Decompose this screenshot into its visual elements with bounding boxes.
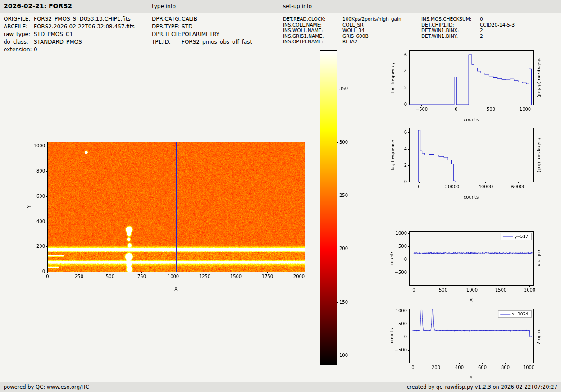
histogram-detail-plot	[383, 43, 561, 128]
meta-row: DET.READ.CLOCK:100Kps/2ports/high_gain	[283, 16, 401, 22]
colorbar	[315, 47, 365, 369]
meta-value: CCID20-14-5-3	[480, 22, 515, 27]
meta-label: ARCFILE:	[4, 23, 34, 30]
meta-label: DET.CHIP1.ID:	[421, 22, 480, 27]
meta-row: DET.WIN1.BINY:2	[421, 33, 515, 39]
meta-label: INS.COLL.NAME:	[283, 22, 342, 27]
page-title: 2026-02-21: FORS2	[4, 2, 72, 9]
type-info-block: DPR.CATG:CALIB DPR.TYPE:STD DPR.TECH:POL…	[152, 16, 252, 46]
meta-value: STD	[182, 23, 192, 30]
meta-value: 0	[480, 16, 483, 22]
meta-value: STANDARD_PMOS	[34, 39, 82, 45]
meta-value: FORS2_PMOS_STD053.13.CHIP1.fits	[34, 16, 131, 22]
meta-row: DET.WIN1.BINX:2	[421, 27, 515, 33]
meta-row: extension:0	[4, 46, 135, 54]
meta-value: CALIB	[182, 16, 197, 22]
meta-label: DPR.CATG:	[152, 16, 182, 22]
meta-label: DPR.TECH:	[152, 31, 182, 37]
type-info-heading: type info	[152, 3, 176, 9]
meta-value: WOLL_34	[342, 27, 365, 33]
meta-label: DET.WIN1.BINX:	[421, 27, 480, 33]
detector-image-plot	[18, 135, 315, 295]
meta-label: DPR.TYPE:	[152, 23, 182, 30]
meta-row: DPR.CATG:CALIB	[152, 16, 252, 23]
meta-label: DET.WIN1.BINY:	[421, 33, 480, 39]
meta-value: GRIS_600B	[342, 33, 369, 39]
file-info-block: ORIGFILE:FORS2_PMOS_STD053.13.CHIP1.fits…	[4, 16, 135, 54]
meta-label: TPL.ID:	[152, 39, 182, 45]
meta-row: ARCFILE:FORS2.2026-02-22T06:32:08.457.fi…	[4, 23, 135, 31]
meta-row: INS.GRIS1.NAME:GRIS_600B	[283, 33, 401, 39]
meta-row: TPL.ID:FORS2_pmos_obs_off_fast	[152, 39, 252, 46]
meta-row: INS.MOS.CHECKSUM:0	[421, 16, 515, 22]
meta-value: FORS2_pmos_obs_off_fast	[182, 39, 252, 45]
footer-bar: powered by QC: www.eso.org/HC created by…	[0, 382, 561, 392]
meta-value: FORS2.2026-02-22T06:32:08.457.fits	[34, 23, 135, 30]
meta-value: POLARIMETRY	[182, 31, 219, 37]
meta-value: 2	[480, 27, 483, 33]
meta-row: raw_type:STD_PMOS_C1	[4, 31, 135, 39]
meta-row: ORIGFILE:FORS2_PMOS_STD053.13.CHIP1.fits	[4, 16, 135, 23]
meta-value: 2	[480, 33, 483, 39]
header-bar: 2026-02-21: FORS2 type info set-up info	[0, 0, 561, 13]
footer-right-text: created by qc_rawdisp.py v1.2.3 on 2026-…	[407, 384, 557, 390]
histogram-full-plot	[383, 120, 561, 206]
setup-info-block-left: DET.READ.CLOCK:100Kps/2ports/high_gain I…	[283, 16, 401, 45]
meta-label: do_class:	[4, 39, 34, 45]
setup-info-block-right: INS.MOS.CHECKSUM:0 DET.CHIP1.ID:CCID20-1…	[421, 16, 515, 39]
meta-row: INS.WOLL.NAME:WOLL_34	[283, 27, 401, 33]
meta-row: DPR.TYPE:STD	[152, 23, 252, 31]
meta-label: INS.MOS.CHECKSUM:	[421, 16, 480, 22]
meta-label: ORIGFILE:	[4, 16, 34, 22]
meta-label: INS.GRIS1.NAME:	[283, 33, 342, 39]
footer-left-text: powered by QC: www.eso.org/HC	[4, 384, 89, 390]
meta-label: DET.READ.CLOCK:	[283, 16, 342, 22]
meta-value: 100Kps/2ports/high_gain	[342, 16, 401, 22]
meta-value: COLL_SR	[342, 22, 364, 27]
meta-label: INS.WOLL.NAME:	[283, 27, 342, 33]
meta-label: INS.OPTI4.NAME:	[283, 39, 342, 44]
meta-value: RETA2	[342, 39, 357, 44]
setup-info-heading: set-up info	[283, 3, 312, 9]
cut-in-y-plot	[383, 301, 561, 382]
meta-label: raw_type:	[4, 31, 34, 37]
meta-row: DET.CHIP1.ID:CCID20-14-5-3	[421, 22, 515, 28]
meta-value: 0	[34, 46, 37, 53]
meta-row: INS.COLL.NAME:COLL_SR	[283, 22, 401, 28]
meta-row: do_class:STANDARD_PMOS	[4, 39, 135, 46]
meta-row: DPR.TECH:POLARIMETRY	[152, 31, 252, 39]
meta-value: STD_PMOS_C1	[34, 31, 73, 37]
cut-in-x-plot	[383, 223, 561, 305]
meta-label: extension:	[4, 46, 34, 53]
